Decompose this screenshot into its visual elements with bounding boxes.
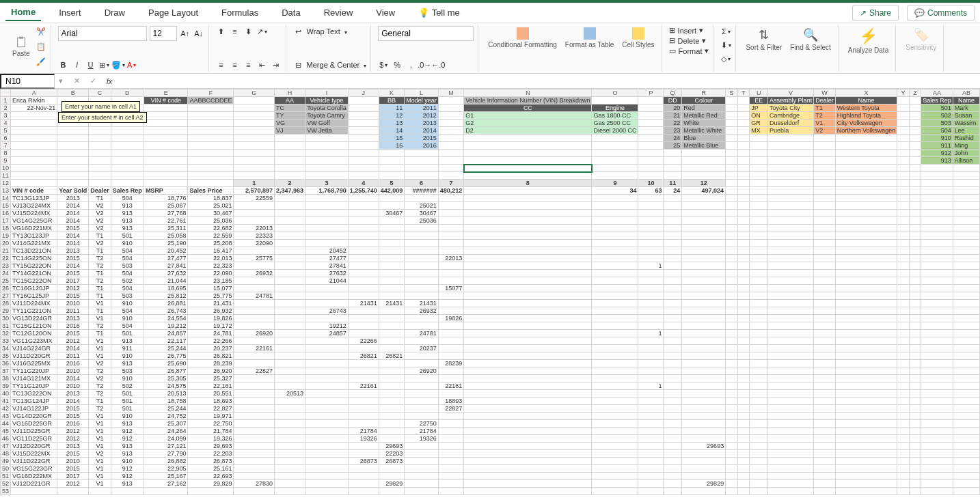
- cell-L15[interactable]: 25021: [405, 202, 439, 210]
- cell-U41[interactable]: [750, 398, 768, 405]
- cell-R34[interactable]: [682, 345, 726, 352]
- cell-N35[interactable]: [464, 352, 592, 360]
- cell-N40[interactable]: [464, 390, 592, 398]
- cell-U46[interactable]: [750, 435, 768, 443]
- cell-N44[interactable]: [464, 420, 592, 428]
- cell-AB38[interactable]: [953, 375, 979, 382]
- cell-P9[interactable]: [638, 157, 664, 165]
- cell-W40[interactable]: [814, 390, 836, 398]
- cell-O2[interactable]: Engine: [592, 104, 638, 112]
- cell-J47[interactable]: [348, 443, 379, 450]
- cell-A39[interactable]: TY11G120JP: [11, 382, 57, 390]
- cell-Q41[interactable]: [664, 398, 682, 405]
- cell-B10[interactable]: [57, 165, 89, 172]
- cell-E33[interactable]: 22,117: [144, 337, 188, 345]
- cell-T48[interactable]: [737, 450, 749, 458]
- cell-O41[interactable]: [592, 398, 638, 405]
- cell-I45[interactable]: [305, 428, 349, 435]
- cell-S35[interactable]: [726, 352, 738, 360]
- cell-S25[interactable]: [726, 277, 738, 285]
- cell-O22[interactable]: [592, 255, 638, 262]
- cell-F3[interactable]: [188, 112, 234, 120]
- cell-H33[interactable]: [275, 337, 305, 345]
- cell-C13[interactable]: Dealer: [89, 187, 111, 195]
- cell-F33[interactable]: 22,266: [188, 337, 234, 345]
- cell-S9[interactable]: [726, 157, 738, 165]
- cell-O4[interactable]: Gas 2500 CC: [592, 120, 638, 127]
- cell-P15[interactable]: [638, 202, 664, 210]
- cell-K22[interactable]: [379, 255, 405, 262]
- cell-V26[interactable]: [768, 285, 814, 292]
- cell-O23[interactable]: [592, 262, 638, 270]
- cell-O24[interactable]: [592, 270, 638, 277]
- cell-L49[interactable]: [405, 458, 439, 465]
- cell-S33[interactable]: [726, 337, 738, 345]
- cell-S43[interactable]: [726, 413, 738, 420]
- cell-V33[interactable]: [768, 337, 814, 345]
- cell-Y9[interactable]: [897, 157, 910, 165]
- cell-W9[interactable]: [814, 157, 836, 165]
- cell-S44[interactable]: [726, 420, 738, 428]
- cell-J8[interactable]: [348, 150, 379, 157]
- cell-K50[interactable]: [379, 465, 405, 473]
- cell-M35[interactable]: [438, 352, 464, 360]
- cell-S51[interactable]: [726, 473, 738, 480]
- cell-J26[interactable]: [348, 285, 379, 292]
- cell-I44[interactable]: [305, 420, 349, 428]
- cell-G34[interactable]: 22161: [234, 345, 275, 352]
- cell-M44[interactable]: [438, 420, 464, 428]
- cell-T23[interactable]: [737, 262, 749, 270]
- cell-P35[interactable]: [638, 352, 664, 360]
- cell-D15[interactable]: 913: [111, 202, 144, 210]
- cell-U16[interactable]: [750, 210, 768, 217]
- cell-B30[interactable]: 2013: [57, 315, 89, 322]
- cell-N8[interactable]: [464, 150, 592, 157]
- cell-E53[interactable]: [144, 488, 188, 495]
- cell-E3[interactable]: [144, 112, 188, 120]
- cell-AB47[interactable]: [953, 443, 979, 450]
- cell-T9[interactable]: [737, 157, 749, 165]
- cell-U38[interactable]: [750, 375, 768, 382]
- cell-D24[interactable]: 504: [111, 270, 144, 277]
- cell-S38[interactable]: [726, 375, 738, 382]
- cell-B15[interactable]: 2014: [57, 202, 89, 210]
- cell-N12[interactable]: 8: [464, 180, 592, 187]
- cell-W45[interactable]: [814, 428, 836, 435]
- cell-N36[interactable]: [464, 360, 592, 367]
- cell-A13[interactable]: VIN # code: [11, 187, 57, 195]
- cell-P8[interactable]: [638, 150, 664, 157]
- cell-H2[interactable]: TC: [275, 104, 305, 112]
- cell-G4[interactable]: [234, 120, 275, 127]
- cell-N53[interactable]: [464, 488, 592, 495]
- cell-A4[interactable]: [11, 120, 57, 127]
- cell-S3[interactable]: [726, 112, 738, 120]
- cell-G1[interactable]: [234, 97, 275, 104]
- cell-Y32[interactable]: [897, 330, 910, 337]
- cell-G15[interactable]: [234, 202, 275, 210]
- cell-M24[interactable]: [438, 270, 464, 277]
- cell-M46[interactable]: [438, 435, 464, 443]
- cell-E50[interactable]: 22,905: [144, 465, 188, 473]
- cell-G8[interactable]: [234, 150, 275, 157]
- cell-I30[interactable]: [305, 315, 349, 322]
- cell-S50[interactable]: [726, 465, 738, 473]
- cell-E22[interactable]: 27,477: [144, 255, 188, 262]
- cell-U36[interactable]: [750, 360, 768, 367]
- cell-I5[interactable]: VW Jetta: [305, 127, 349, 135]
- cell-D43[interactable]: 910: [111, 413, 144, 420]
- cell-X18[interactable]: [835, 225, 897, 232]
- cell-X28[interactable]: [835, 300, 897, 307]
- cell-W39[interactable]: [814, 382, 836, 390]
- cell-X1[interactable]: Name: [835, 97, 897, 104]
- cell-F43[interactable]: 19,971: [188, 413, 234, 420]
- cell-A22[interactable]: TC14G225ON: [11, 255, 57, 262]
- cell-P24[interactable]: [638, 270, 664, 277]
- cell-R15[interactable]: [682, 202, 726, 210]
- cell-V21[interactable]: [768, 247, 814, 255]
- cell-AA36[interactable]: [921, 360, 953, 367]
- cell-K13[interactable]: 442,009: [379, 187, 405, 195]
- cell-K1[interactable]: BB: [379, 97, 405, 104]
- spreadsheet-grid[interactable]: ABCDEFGHIJKLMNOPQRSTUVWXYZAAAB1Erica Riv…: [0, 89, 980, 495]
- cell-I37[interactable]: [305, 367, 349, 375]
- cell-B44[interactable]: 2016: [57, 420, 89, 428]
